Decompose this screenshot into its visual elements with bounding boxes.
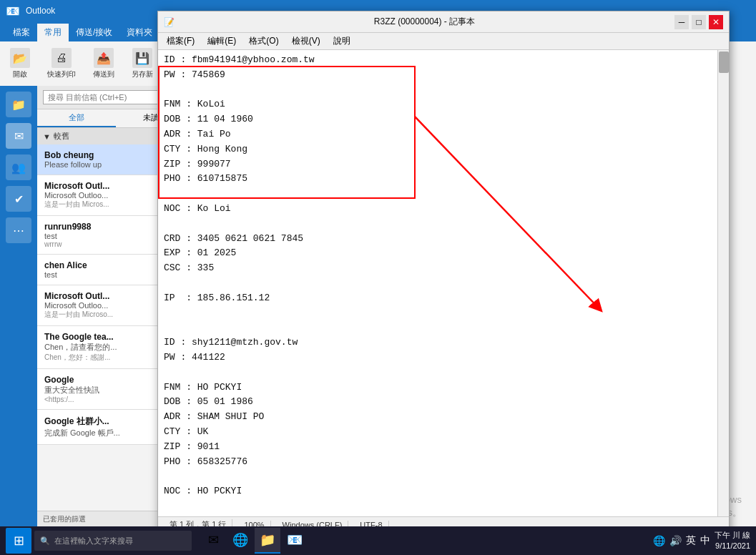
taskbar-app-explorer[interactable]: 📁 — [255, 528, 280, 554]
print-label: 快速列印 — [47, 69, 76, 79]
taskbar-search[interactable]: 🔍 在這裡輸入文字來搜尋 — [34, 531, 192, 551]
tab-home[interactable]: 常用 — [37, 24, 69, 41]
send-icon: 📤 — [94, 48, 114, 68]
outlook-icon: 📧 — [6, 4, 20, 18]
time-display: 下午 川 線 — [715, 530, 750, 541]
taskbar: ⊞ 🔍 在這裡輸入文字來搜尋 ✉ 🌐 📁 📧 🌐 🔊 英 中 下午 川 線 9/… — [0, 526, 756, 555]
sidebar-icon-folder[interactable]: 📁 — [6, 92, 31, 117]
save-label: 另存新 — [132, 69, 153, 79]
date-display: 9/11/2021 — [715, 541, 750, 551]
minimize-button[interactable]: ─ — [674, 15, 689, 29]
tab-all[interactable]: 全部 — [37, 109, 116, 127]
tab-send-receive[interactable]: 傳送/接收 — [69, 24, 119, 41]
save-icon: 💾 — [132, 48, 152, 68]
scrollbar[interactable] — [717, 50, 729, 516]
notepad-menubar: 檔案(F) 編輯(E) 格式(O) 檢視(V) 說明 — [158, 33, 729, 50]
folder-name: 較舊 — [54, 131, 69, 142]
notepad-window: 📝 R3ZZ (00000004) - 記事本 ─ □ ✕ 檔案(F) 編輯(E… — [157, 11, 730, 533]
sidebar-icon-mail[interactable]: ✉ — [6, 123, 31, 149]
input-method-icon[interactable]: 英 — [686, 534, 696, 547]
scrollbar-thumb[interactable] — [719, 51, 729, 73]
notepad-title: R3ZZ (00000004) - 記事本 — [180, 16, 669, 28]
notepad-content-area[interactable]: ID : fbm941941@ybhoo.zom.tw PW : 745869 … — [158, 50, 729, 516]
open-button[interactable]: 📂 開啟 — [6, 45, 34, 82]
outlook-title: Outlook — [26, 6, 55, 16]
open-icon: 📂 — [10, 48, 30, 68]
sidebar-icon-people[interactable]: 👥 — [6, 154, 31, 180]
taskbar-search-text: 在這裡輸入文字來搜尋 — [54, 536, 133, 546]
taskbar-app-mail[interactable]: ✉ — [200, 528, 226, 554]
search-icon: 🔍 — [40, 536, 50, 546]
taskbar-apps: ✉ 🌐 📁 📧 — [200, 528, 308, 554]
taskbar-time[interactable]: 下午 川 線 9/11/2021 — [715, 530, 750, 552]
outlook-sidebar: 📁 ✉ 👥 ✔ ⋯ — [0, 86, 37, 526]
network-icon[interactable]: 🌐 — [653, 535, 665, 546]
maximize-button[interactable]: □ — [692, 15, 706, 29]
menu-file[interactable]: 檔案(F) — [161, 34, 200, 49]
notepad-text: ID : fbm941941@ybhoo.zom.tw PW : 745869 … — [164, 53, 723, 516]
tab-file[interactable]: 檔案 — [6, 24, 37, 41]
send-label: 傳送到 — [93, 69, 114, 79]
titlebar-controls: ─ □ ✕ — [674, 15, 723, 29]
footer-text: 已套用的篩選 — [43, 514, 86, 524]
folder-arrow: ▼ — [43, 132, 51, 141]
notepad-titlebar: 📝 R3ZZ (00000004) - 記事本 ─ □ ✕ — [158, 11, 729, 33]
notepad-app-icon: 📝 — [164, 17, 175, 27]
taskbar-tray: 🌐 🔊 英 中 下午 川 線 9/11/2021 — [653, 530, 750, 552]
taskbar-app-outlook[interactable]: 📧 — [282, 528, 308, 554]
close-button[interactable]: ✕ — [709, 15, 723, 29]
start-button[interactable]: ⊞ — [6, 528, 31, 554]
menu-edit[interactable]: 編輯(E) — [202, 34, 242, 49]
save-as-button[interactable]: 💾 另存新 — [127, 45, 157, 82]
sidebar-icon-tasks[interactable]: ✔ — [6, 186, 31, 212]
taskbar-app-edge[interactable]: 🌐 — [227, 528, 253, 554]
menu-help[interactable]: 說明 — [328, 34, 356, 49]
open-label: 開啟 — [13, 69, 27, 79]
language-icon[interactable]: 中 — [700, 534, 710, 547]
tab-folder[interactable]: 資料夾 — [119, 24, 159, 41]
send-to-button[interactable]: 📤 傳送到 — [89, 45, 119, 82]
sidebar-icon-more[interactable]: ⋯ — [6, 217, 31, 243]
quick-print-button[interactable]: 🖨 快速列印 — [43, 45, 80, 82]
menu-view[interactable]: 檢視(V) — [286, 34, 326, 49]
sound-icon[interactable]: 🔊 — [669, 535, 682, 546]
menu-format[interactable]: 格式(O) — [243, 34, 284, 49]
print-icon: 🖨 — [51, 48, 72, 68]
